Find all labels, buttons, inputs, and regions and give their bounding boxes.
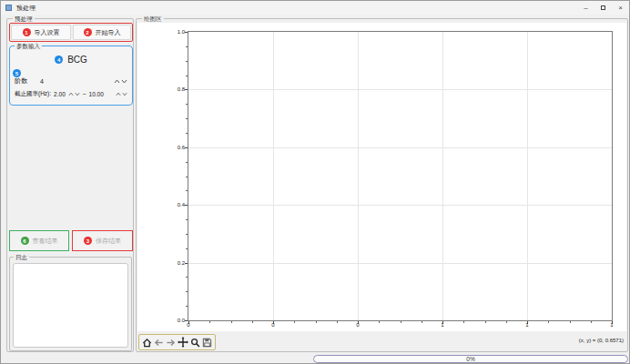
import-settings-label: 导入设置 (35, 28, 60, 37)
signal-type-value: BCG (67, 55, 87, 65)
gridline-horizontal (188, 263, 612, 264)
x-tick-label: 1 (610, 322, 613, 328)
window-title: 预处理 (16, 4, 36, 13)
gridline-vertical (442, 32, 443, 320)
y-minor-tick (186, 219, 188, 220)
x-minor-tick (485, 321, 486, 323)
spin-down-icon[interactable] (121, 79, 127, 84)
x-minor-tick (337, 321, 338, 323)
signal-type-selector[interactable]: 4 BCG (10, 55, 132, 65)
y-tick-label: 0.2 (178, 260, 185, 266)
cursor-coords-readout: (x, y) = (0, 0.6571) (579, 338, 624, 343)
save-result-button[interactable]: 3 保存结果 (72, 230, 133, 251)
minimize-button[interactable]: – (577, 1, 594, 15)
spin-down-icon[interactable] (122, 92, 127, 96)
spin-up-icon[interactable] (116, 92, 121, 96)
y-minor-tick (186, 118, 188, 119)
x-minor-tick (231, 321, 232, 323)
y-tick-label: 0.8 (178, 86, 185, 92)
order-spin-buttons[interactable] (114, 79, 127, 84)
log-group-label: 日志 (14, 253, 29, 261)
log-output[interactable] (13, 263, 128, 348)
range-separator: ~ (83, 91, 86, 97)
import-settings-button[interactable]: 1 导入设置 (11, 25, 71, 40)
y-minor-tick (186, 248, 188, 249)
y-minor-tick (186, 76, 188, 76)
x-tick-label: 1 (441, 322, 443, 328)
badge-4: 4 (55, 56, 63, 64)
home-icon[interactable] (141, 335, 152, 349)
back-icon[interactable] (153, 335, 164, 349)
x-minor-tick (252, 321, 253, 323)
x-minor-tick (463, 321, 464, 323)
start-import-button[interactable]: 2 开始导入 (73, 25, 131, 40)
y-minor-tick (186, 104, 188, 105)
y-minor-tick (186, 162, 188, 163)
x-tick-label: 0 (271, 322, 274, 328)
x-tick-label: 0 (187, 322, 189, 328)
y-minor-tick (186, 177, 188, 177)
spin-up-icon[interactable] (68, 92, 74, 96)
gridline-vertical (273, 32, 274, 320)
plot-canvas[interactable]: 0001110.00.20.40.60.81.0 (137, 23, 626, 331)
x-minor-tick (591, 321, 592, 323)
window-controls: – × (577, 1, 629, 15)
zoom-icon[interactable] (189, 335, 200, 349)
cutoff-low-spinbox[interactable]: 2.00 (54, 91, 66, 97)
app-icon (5, 5, 12, 11)
x-tick-label: 0 (356, 322, 359, 328)
y-minor-tick (186, 234, 188, 235)
y-tick-label: 0.6 (178, 145, 185, 150)
y-minor-tick (186, 133, 188, 134)
save-result-label: 保存结果 (96, 237, 121, 246)
cutoff-low-spin-buttons[interactable] (68, 92, 80, 96)
log-group: 日志 (9, 257, 132, 351)
progress-bar: 0% (313, 355, 628, 363)
save-icon[interactable] (202, 335, 213, 349)
order-label: 阶数 (15, 76, 40, 86)
import-annotation-box: 1 导入设置 2 开始导入 (9, 23, 133, 42)
y-tick (185, 320, 188, 321)
x-minor-tick (570, 321, 571, 323)
y-tick-label: 0.4 (178, 202, 185, 207)
plot-axes: 0001110.00.20.40.60.81.0 (188, 31, 613, 321)
badge-1: 1 (23, 28, 31, 36)
cutoff-high-spin-buttons[interactable] (116, 92, 127, 96)
gridline-horizontal (188, 89, 612, 90)
parameter-input-group: 参数输入 4 BCG 5 阶数 4 截止频率(Hz): 2.00 ~ 10.00 (9, 46, 133, 106)
badge-6: 6 (21, 237, 29, 245)
gridline-vertical (358, 32, 359, 320)
y-minor-tick (186, 291, 188, 292)
pan-icon[interactable] (178, 335, 188, 349)
y-minor-tick (186, 61, 188, 62)
y-tick (185, 89, 188, 90)
x-minor-tick (209, 321, 210, 323)
maximize-icon (601, 5, 605, 10)
order-spinbox[interactable]: 4 (40, 78, 44, 85)
forward-icon[interactable] (166, 335, 177, 349)
parameter-input-label: 参数输入 (15, 42, 42, 50)
x-minor-tick (506, 321, 507, 323)
x-minor-tick (316, 321, 317, 323)
plot-panel-label: 绘图区 (142, 15, 164, 23)
cutoff-label: 截止频率(Hz): (15, 90, 51, 98)
plot-toolbar (138, 334, 216, 350)
app-window: 预处理 – × 预处理 1 导入设置 2 开始导入 参数输入 4 BCG 5 阶… (0, 0, 630, 364)
y-tick (185, 205, 188, 206)
spin-up-icon[interactable] (114, 79, 120, 84)
view-result-button[interactable]: 6 查看结果 (9, 230, 69, 251)
y-minor-tick (186, 46, 188, 47)
maximize-button[interactable] (594, 1, 612, 15)
cutoff-high-spinbox[interactable]: 10.00 (89, 91, 104, 97)
y-tick-label: 1.0 (178, 29, 185, 35)
cutoff-row: 截止频率(Hz): 2.00 ~ 10.00 (15, 90, 127, 98)
y-tick (185, 147, 188, 148)
x-minor-tick (379, 321, 380, 323)
close-button[interactable]: × (612, 1, 629, 15)
x-minor-tick (401, 321, 401, 323)
x-minor-tick (422, 321, 422, 323)
x-minor-tick (294, 321, 295, 323)
spin-down-icon[interactable] (75, 92, 80, 96)
gridline-horizontal (188, 147, 612, 148)
y-tick (185, 263, 188, 264)
